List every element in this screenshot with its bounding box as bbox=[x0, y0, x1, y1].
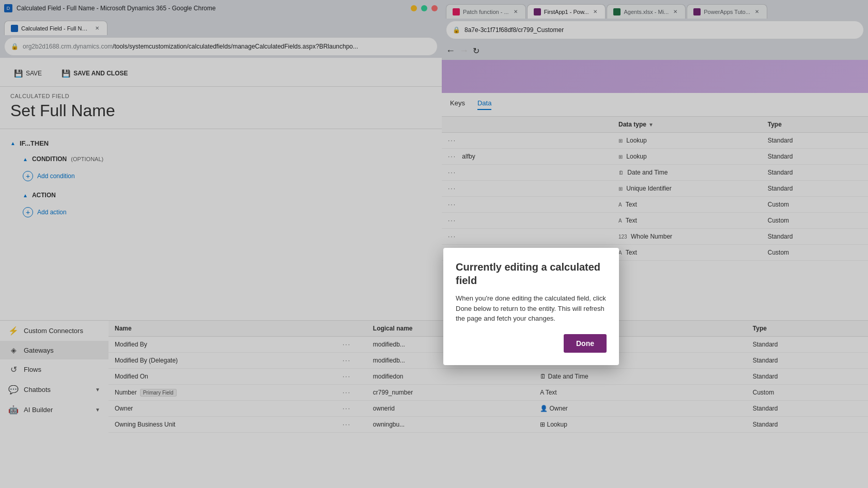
modal-overlay bbox=[0, 0, 868, 488]
dialog-body: When you're done editing the calculated … bbox=[456, 293, 607, 324]
done-button[interactable]: Done bbox=[564, 334, 607, 353]
dialog-title: Currently editing a calculated field bbox=[456, 260, 607, 287]
dialog-footer: Done bbox=[456, 334, 607, 353]
editing-dialog: Currently editing a calculated field Whe… bbox=[443, 248, 619, 365]
